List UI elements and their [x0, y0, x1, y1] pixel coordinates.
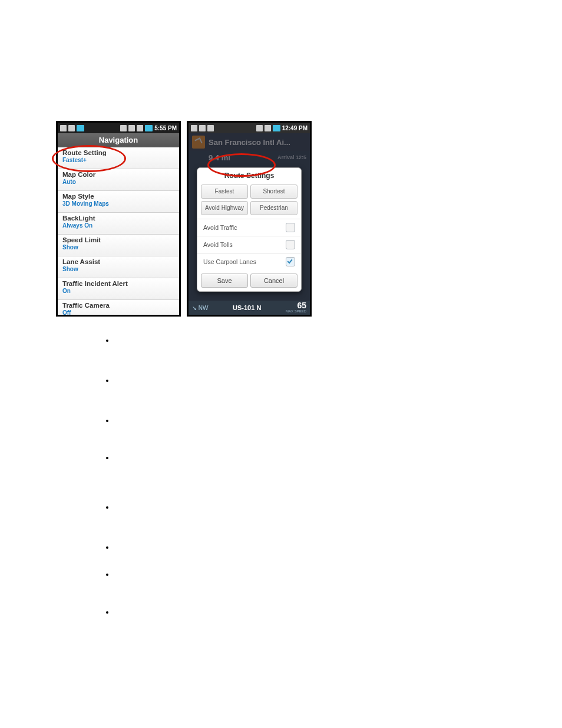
compass-icon — [191, 125, 197, 131]
status-time: 12:49 PM — [282, 125, 308, 131]
status-time: 5:55 PM — [154, 125, 177, 131]
list-row-route-setting[interactable]: Route Setting Fastest+ — [58, 147, 179, 169]
battery-icon — [273, 125, 280, 131]
seg-pedestrian[interactable]: Pedestrian — [250, 201, 297, 215]
row-value: Show — [62, 244, 176, 251]
status-bar: 5:55 PM — [58, 123, 179, 133]
sync-icon — [68, 125, 75, 131]
list-row-backlight[interactable]: BackLight Always On — [58, 213, 179, 235]
route-settings-modal: Route Settings Fastest Shortest Avoid Hi… — [197, 167, 302, 292]
checkbox-icon[interactable] — [286, 240, 295, 249]
check-label: Avoid Traffic — [203, 224, 237, 231]
signal-icon — [265, 125, 271, 131]
list-row-map-style[interactable]: Map Style 3D Moving Maps — [58, 191, 179, 213]
gps-icon — [60, 125, 67, 131]
check-label: Avoid Tolls — [203, 241, 233, 248]
notification-icon — [77, 125, 84, 131]
network-icon — [256, 125, 263, 131]
screen-title: Navigation — [58, 133, 179, 147]
check-label: Use Carpool Lanes — [203, 258, 256, 265]
wifi-icon — [128, 125, 135, 131]
row-value: Fastest+ — [62, 157, 176, 163]
row-value: Auto — [62, 179, 176, 185]
list-row-map-color[interactable]: Map Color Auto — [58, 169, 179, 191]
checkbox-icon-checked[interactable] — [286, 257, 295, 266]
speed-label: MAX SPEED — [286, 309, 306, 313]
gps-icon — [199, 125, 206, 131]
list-row-speed-limit[interactable]: Speed Limit Show — [58, 235, 179, 256]
row-label: BackLight — [62, 215, 176, 222]
check-avoid-tolls[interactable]: Avoid Tolls — [197, 236, 301, 253]
seg-shortest[interactable]: Shortest — [250, 185, 297, 199]
row-value: Show — [62, 266, 176, 272]
speed-block: 65 MAX SPEED — [286, 302, 306, 313]
row-label: Route Setting — [62, 149, 176, 156]
battery-icon — [145, 125, 153, 131]
row-label: Speed Limit — [62, 236, 176, 243]
checkbox-icon[interactable] — [286, 223, 295, 232]
settings-list: Route Setting Fastest+ Map Color Auto Ma… — [58, 147, 179, 315]
direction-indicator: ↘ NW — [192, 305, 208, 311]
seg-fastest[interactable]: Fastest — [201, 185, 248, 199]
list-row-traffic-camera[interactable]: Traffic Camera Off — [58, 300, 179, 317]
save-button[interactable]: Save — [201, 274, 248, 288]
row-label: Lane Assist — [62, 258, 176, 265]
modal-title: Route Settings — [197, 168, 301, 183]
current-road: US-101 N — [208, 304, 286, 311]
nav-footer: ↘ NW US-101 N 65 MAX SPEED — [189, 301, 310, 315]
vibrate-icon — [120, 125, 127, 131]
row-value: On — [62, 288, 176, 294]
right-phone-screenshot: 12:49 PM San Francisco Intl Ai... 9.4 mi… — [187, 121, 312, 317]
check-avoid-traffic[interactable]: Avoid Traffic — [197, 219, 301, 236]
list-row-traffic-incident[interactable]: Traffic Incident Alert On — [58, 278, 179, 300]
row-value: Always On — [62, 222, 176, 229]
seg-avoid-highway[interactable]: Avoid Highway — [201, 201, 248, 215]
signal-icon — [137, 125, 143, 131]
left-phone-screenshot: 5:55 PM Navigation Route Setting Fastest… — [56, 121, 181, 317]
row-label: Traffic Camera — [62, 302, 176, 309]
list-row-lane-assist[interactable]: Lane Assist Show — [58, 256, 179, 278]
sync-icon — [207, 125, 214, 131]
row-label: Traffic Incident Alert — [62, 280, 176, 287]
row-value: Off — [62, 309, 176, 316]
speed-value: 65 — [297, 301, 306, 310]
status-bar: 12:49 PM — [189, 123, 310, 133]
row-value: 3D Moving Maps — [62, 200, 176, 207]
check-carpool-lanes[interactable]: Use Carpool Lanes — [197, 253, 301, 270]
cancel-button[interactable]: Cancel — [250, 274, 297, 288]
row-label: Map Style — [62, 193, 176, 200]
row-label: Map Color — [62, 171, 176, 178]
document-bullets — [91, 335, 115, 647]
